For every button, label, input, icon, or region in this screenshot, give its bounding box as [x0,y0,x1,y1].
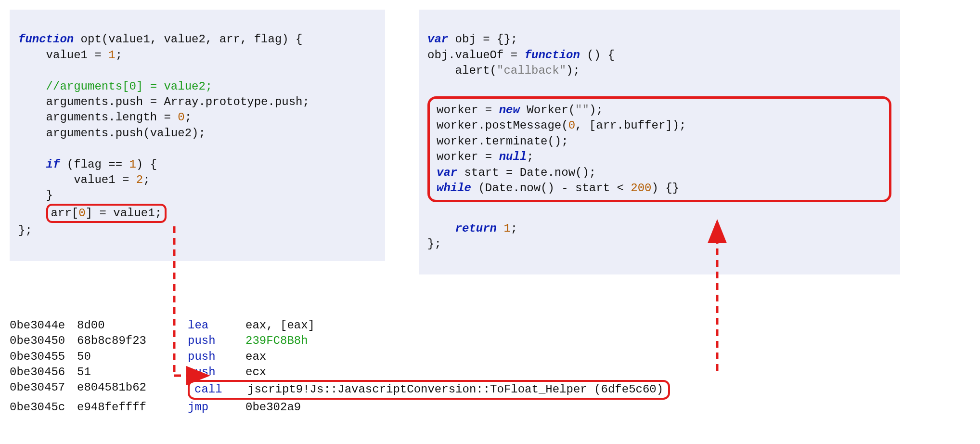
kw-function: function [18,33,74,46]
kw-function2: function [525,49,580,62]
right-w1e: ); [589,104,603,117]
right-w6e: ) {} [652,182,680,195]
kw-while: while [437,182,471,195]
asm-bytes: 68b8c89f23 [77,333,188,349]
left-l5: arguments.push = Array.prototype.push; [18,95,309,108]
left-l9n: 1 [129,158,136,171]
right-w1: worker = [437,104,499,117]
asm-mnemonic: push [188,349,245,365]
asm-addr: 0be30450 [10,333,77,349]
left-l6n: 0 [178,111,184,124]
right-l1b: obj = {}; [448,33,517,46]
left-l12b: ] = value1; [86,207,162,220]
asm-operand: eax, [eax] [245,318,970,333]
asm-mnemonic: call [194,382,247,397]
right-w1b: Worker( [520,104,575,117]
left-l2: value1 = [18,49,108,62]
right-l2: obj.valueOf = [427,49,525,62]
right-code-pane: var obj = {}; obj.valueOf = function () … [419,10,900,274]
top-row: function opt(value1, value2, arr, flag) … [10,10,970,274]
right-w2n: 0 [568,119,575,132]
asm-bytes: 50 [77,349,188,365]
asm-operand: ecx [245,365,970,380]
right-r1n: 1 [503,222,510,235]
left-l2n: 1 [108,49,115,62]
highlight-arr-assign: arr[0] = value1; [46,204,167,223]
asm-bytes: 51 [77,365,188,380]
left-l10n: 2 [136,173,143,186]
left-l4: //arguments[0] = value2; [18,80,212,93]
left-l7: arguments.push(value2); [18,127,206,140]
asm-operand: 0be302a9 [245,400,970,415]
left-l10e: ; [143,173,150,186]
asm-mnemonic: push [188,333,245,349]
left-l6e: ; [185,111,192,124]
asm-bytes: 8d00 [77,318,188,333]
right-w6b: (Date.now() - start < [471,182,631,195]
asm-addr: 0be30456 [10,365,77,380]
left-l6: arguments.length = [18,111,178,124]
asm-operand: jscript9!Js::JavascriptConversion::ToFlo… [247,383,663,396]
kw-new: new [499,104,520,117]
asm-addr: 0be3044e [10,318,77,333]
asm-addr: 0be30455 [10,349,77,365]
asm-row: 0be3045068b8c89f23push239FC8B8h [10,333,970,349]
left-l1b: opt(value1, value2, arr, flag) { [74,33,302,46]
kw-return: return [427,222,497,235]
left-l9b: (flag == [60,158,129,171]
right-l3s: "callback" [497,64,566,77]
right-w4e: ; [527,150,533,163]
asm-mnemonic: jmp [188,400,245,415]
asm-row: 0be3045ce948feffffjmp0be302a9 [10,400,970,415]
asm-block: 0be3044e8d00leaeax, [eax]0be3045068b8c89… [10,318,970,415]
highlight-call: calljscript9!Js::JavascriptConversion::T… [188,380,670,399]
asm-mnemonic: lea [188,318,245,333]
asm-row: 0be3044e8d00leaeax, [eax] [10,318,970,333]
asm-bytes: e804581b62 [77,380,188,399]
right-r1e: ; [511,222,517,235]
right-r1b [497,222,503,235]
kw-if: if [18,158,60,171]
kw-var2: var [437,166,457,179]
asm-row: 0be30457e804581b62calljscript9!Js::Javas… [10,380,970,399]
right-w6n: 200 [631,182,651,195]
kw-var1: var [427,33,448,46]
asm-row: 0be3045550pusheax [10,349,970,365]
asm-row: 0be3045651pushecx [10,365,970,380]
right-end: }; [427,237,441,250]
left-l12n: 0 [78,207,85,220]
left-l12a: arr[ [51,207,79,220]
left-l2e: ; [116,49,122,62]
asm-addr: 0be30457 [10,380,77,399]
right-l2b: () { [580,49,615,62]
right-l3: alert( [427,64,497,77]
left-l11: } [18,189,53,202]
right-w4: worker = [437,150,499,163]
kw-null: null [499,150,527,163]
right-w3: worker.terminate(); [437,135,568,148]
asm-operand: eax [245,349,970,365]
asm-mnemonic: push [188,365,245,380]
left-l9e: ) { [136,158,157,171]
right-w2: worker.postMessage( [437,119,568,132]
right-l3e: ); [566,64,580,77]
right-w2b: , [arr.buffer]); [575,119,686,132]
left-code-pane: function opt(value1, value2, arr, flag) … [10,10,385,261]
asm-addr: 0be3045c [10,400,77,415]
left-l10: value1 = [18,173,136,186]
highlight-worker-block: worker = new Worker(""); worker.postMess… [427,96,891,202]
asm-bytes: e948feffff [77,400,188,415]
right-w1s: "" [575,104,589,117]
right-w5b: start = Date.now(); [457,166,596,179]
asm-operand: 239FC8B8h [245,333,970,349]
left-l13: }; [18,224,32,237]
